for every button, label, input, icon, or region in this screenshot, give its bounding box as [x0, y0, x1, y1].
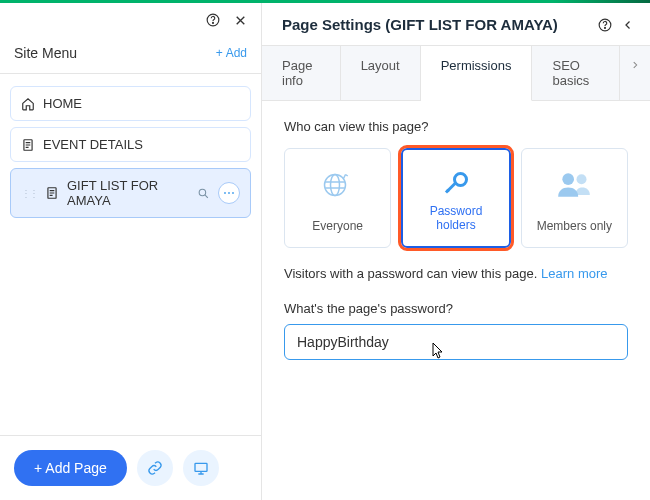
home-icon [21, 97, 35, 111]
sidebar-item-event-details[interactable]: EVENT DETAILS [10, 127, 251, 162]
plus-icon: + [216, 46, 223, 60]
search-icon[interactable] [192, 182, 214, 204]
svg-point-14 [563, 173, 575, 185]
card-everyone[interactable]: Everyone [284, 148, 391, 248]
help-icon[interactable] [598, 18, 612, 32]
permission-cards: Everyone Password holders Members only [284, 148, 628, 248]
svg-point-11 [460, 177, 463, 180]
close-icon[interactable] [234, 14, 247, 27]
globe-icon [320, 163, 356, 207]
link-icon[interactable] [137, 450, 173, 486]
sidebar-item-label: EVENT DETAILS [43, 137, 143, 152]
add-page-button[interactable]: + Add Page [14, 450, 127, 486]
svg-point-7 [605, 27, 606, 28]
sidebar-item-gift-list[interactable]: ⋮⋮ GIFT LIST FOR AMAYA ⋯ [10, 168, 251, 218]
page-title: Page Settings (GIFT LIST FOR AMAYA) [282, 16, 588, 33]
menu-list: HOME EVENT DETAILS ⋮⋮ GIFT LIST FOR AMAY… [0, 74, 261, 435]
left-panel: Site Menu + Add HOME EVENT DETAILS ⋮⋮ [0, 3, 262, 500]
svg-rect-5 [195, 463, 207, 471]
add-label: Add [226, 46, 247, 60]
svg-point-4 [199, 189, 206, 196]
sidebar-item-label: GIFT LIST FOR AMAYA [67, 178, 184, 208]
password-input[interactable] [284, 324, 628, 360]
tab-seo-basics[interactable]: SEO basics [532, 46, 620, 100]
add-menu-button[interactable]: + Add [216, 46, 247, 60]
help-icon[interactable] [206, 13, 220, 27]
tab-page-info[interactable]: Page info [262, 46, 341, 100]
key-icon [438, 164, 474, 204]
tab-permissions[interactable]: Permissions [421, 46, 533, 101]
sidebar-item-home[interactable]: HOME [10, 86, 251, 121]
card-members-only[interactable]: Members only [521, 148, 628, 248]
right-header: Page Settings (GIFT LIST FOR AMAYA) [262, 3, 650, 45]
more-actions-icon[interactable]: ⋯ [218, 182, 240, 204]
document-icon [21, 138, 35, 152]
card-label: Members only [537, 219, 612, 233]
left-footer: + Add Page [0, 435, 261, 500]
chevron-left-icon[interactable] [622, 19, 634, 31]
app-container: Site Menu + Add HOME EVENT DETAILS ⋮⋮ [0, 3, 650, 500]
site-menu-header: Site Menu + Add [0, 35, 261, 74]
password-label: What's the page's password? [284, 301, 628, 316]
svg-point-8 [324, 175, 345, 196]
card-label: Password holders [409, 204, 502, 232]
item-actions: ⋯ [192, 182, 240, 204]
members-icon [554, 163, 594, 207]
learn-more-link[interactable]: Learn more [541, 266, 607, 281]
right-panel: Page Settings (GIFT LIST FOR AMAYA) Page… [262, 3, 650, 500]
document-icon [45, 186, 59, 200]
svg-point-15 [577, 174, 587, 184]
description-text: Visitors with a password can view this p… [284, 266, 537, 281]
permissions-content: Who can view this page? Everyone Passwor… [262, 101, 650, 378]
permission-description: Visitors with a password can view this p… [284, 266, 628, 281]
card-password-holders[interactable]: Password holders [401, 148, 510, 248]
chevron-right-icon[interactable] [620, 46, 650, 100]
sidebar-item-label: HOME [43, 96, 82, 111]
tabs: Page info Layout Permissions SEO basics [262, 45, 650, 101]
view-question: Who can view this page? [284, 119, 628, 134]
site-menu-title: Site Menu [14, 45, 77, 61]
left-header [0, 3, 261, 35]
card-label: Everyone [312, 219, 363, 233]
desktop-icon[interactable] [183, 450, 219, 486]
drag-handle-icon[interactable]: ⋮⋮ [21, 188, 37, 199]
tab-layout[interactable]: Layout [341, 46, 421, 100]
svg-point-9 [330, 175, 339, 196]
svg-point-1 [213, 22, 214, 23]
